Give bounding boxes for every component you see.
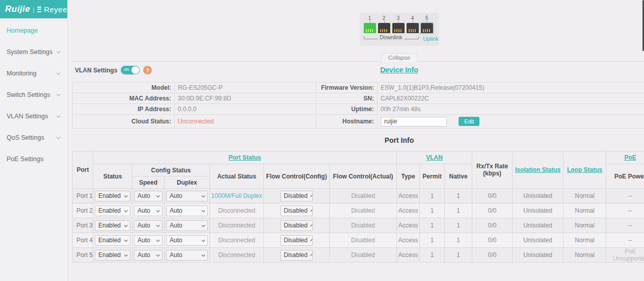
poe-power-value: PoE Unsupported <box>606 248 644 263</box>
flow-control-select[interactable]: Disabled <box>280 220 313 231</box>
port-1-icon[interactable] <box>364 23 376 33</box>
isolation-status-link[interactable]: Isolation Status <box>515 166 560 173</box>
sidebar-item-monitoring[interactable]: Monitoring <box>0 63 67 84</box>
status-select[interactable]: Enabled <box>95 235 130 246</box>
chevron-down-icon <box>156 238 160 242</box>
status-select[interactable]: Enabled <box>95 191 130 201</box>
flow-control-select[interactable]: Disabled <box>280 206 313 216</box>
rxtx-rate-value: 0/0 <box>472 203 513 218</box>
status-select[interactable]: Enabled <box>95 220 130 231</box>
chevron-down-icon <box>310 194 312 196</box>
poe-link[interactable]: PoE <box>624 154 636 161</box>
col-header-poe-power: PoE Power <box>606 164 644 189</box>
duplex-select[interactable]: Auto <box>166 220 208 231</box>
duplex-select[interactable]: Auto <box>166 191 208 201</box>
col-header-type: Type <box>397 164 420 189</box>
flow-actual-value: Disabled <box>330 189 397 203</box>
hostname-input[interactable] <box>381 117 447 126</box>
rxtx-rate-value: 0/0 <box>472 233 513 248</box>
speed-select[interactable]: Auto <box>134 250 163 261</box>
poe-power-value: -- <box>606 233 644 248</box>
port-4-icon[interactable] <box>407 23 419 33</box>
vlan-type-value: Access <box>397 233 420 248</box>
flow-actual-value: Disabled <box>330 218 397 233</box>
isolation-value: Unisolated <box>513 189 564 203</box>
speed-select[interactable]: Auto <box>134 191 163 201</box>
table-row-port-1: Port 1 Enabled Auto Auto 1000M/Full Dupl… <box>73 189 644 203</box>
logo-divider: | <box>33 6 34 13</box>
port-3-icon[interactable] <box>392 23 405 33</box>
status-select[interactable]: Enabled <box>95 250 130 261</box>
logo-reyee-text: Reyee <box>44 5 67 14</box>
col-header-status: Status <box>93 164 132 189</box>
vlan-native-value: 1 <box>445 189 472 203</box>
isolation-value: Unisolated <box>513 218 564 233</box>
duplex-select[interactable]: Auto <box>166 235 208 246</box>
flow-control-select[interactable]: Disabled <box>280 235 313 246</box>
vlan-permit-value: 1 <box>420 218 445 233</box>
logo: Ruijie | Reyee <box>0 0 67 18</box>
actual-status-value: Disconnected <box>210 203 264 218</box>
sidebar-item-system-settings[interactable]: System Settings <box>0 41 67 63</box>
toggle-knob-icon <box>131 66 139 74</box>
vlan-permit-value: 1 <box>420 233 445 248</box>
speed-select[interactable]: Auto <box>134 220 163 231</box>
vlan-type-value: Access <box>397 203 420 218</box>
vlan-settings-toggle[interactable]: on <box>121 66 140 74</box>
poe-power-value: -- <box>606 203 644 218</box>
flow-control-select[interactable]: Disabled <box>280 191 313 201</box>
sidebar-item-qos-settings[interactable]: QoS Settings <box>0 127 67 148</box>
sidebar-item-vlan-settings[interactable]: VLAN Settings <box>0 106 67 127</box>
device-info-link[interactable]: Device Info <box>380 66 418 74</box>
col-header-permit: Permit <box>420 164 445 189</box>
actual-status-value: Disconnected <box>210 218 264 233</box>
chevron-down-icon <box>310 239 312 241</box>
chevron-down-icon <box>56 92 60 96</box>
chevron-down-icon <box>202 238 205 242</box>
port-name: Port 2 <box>73 203 93 218</box>
chevron-down-icon <box>156 223 160 227</box>
port-name: Port 1 <box>73 189 93 203</box>
vlan-link[interactable]: VLAN <box>426 154 443 161</box>
sidebar-item-poe-settings[interactable]: PoE Settings <box>0 148 67 170</box>
isolation-value: Unisolated <box>513 203 564 218</box>
loop-value: Normal <box>564 248 606 263</box>
loop-status-link[interactable]: Loop Status <box>567 166 602 173</box>
sidebar-item-switch-settings[interactable]: Switch Settings <box>0 84 67 106</box>
chevron-down-icon <box>202 253 205 257</box>
actual-status-value: 1000M/Full Duplex <box>210 189 264 203</box>
port-status-link[interactable]: Port Status <box>229 154 261 161</box>
port-info-table: Port Port Status VLAN Rx/Tx Rate(kbps) I… <box>72 151 644 263</box>
col-header-isolation-status: Isolation Status <box>513 151 564 189</box>
duplex-select[interactable]: Auto <box>166 250 208 261</box>
chevron-down-icon <box>56 70 60 74</box>
port-name: Port 4 <box>73 233 93 248</box>
port-2-icon[interactable] <box>378 23 390 33</box>
device-info-table: Model: RG-ES205GC-P Firmware Version: ES… <box>72 82 644 129</box>
port-5-icon[interactable] <box>421 23 433 33</box>
sidebar-item-homepage[interactable]: Homepage <box>0 20 67 41</box>
help-icon[interactable]: ? <box>143 66 152 74</box>
col-header-speed: Speed <box>132 176 165 189</box>
isolation-value: Unisolated <box>513 233 564 248</box>
flow-actual-value: Disabled <box>330 233 397 248</box>
chevron-down-icon <box>124 238 128 242</box>
collapse-button[interactable]: Collapse <box>381 53 418 62</box>
switch-port-diagram: 1 2 3 4 5 Downlink Uplink <box>360 13 439 46</box>
speed-select[interactable]: Auto <box>134 235 163 246</box>
poe-power-value: -- <box>606 218 644 233</box>
chevron-down-icon <box>156 194 160 197</box>
port-name: Port 5 <box>73 248 93 263</box>
duplex-select[interactable]: Auto <box>166 206 208 216</box>
actual-status-value: Disconnected <box>210 248 264 263</box>
chevron-down-icon <box>202 223 205 227</box>
table-row: Model: RG-ES205GC-P Firmware Version: ES… <box>73 83 644 93</box>
chevron-down-icon <box>156 253 160 257</box>
speed-select[interactable]: Auto <box>134 206 163 216</box>
flow-control-select[interactable]: Disabled <box>280 250 313 261</box>
col-group-port-status: Port Status <box>93 151 397 164</box>
edit-button[interactable]: Edit <box>459 117 479 126</box>
chevron-down-icon <box>310 209 312 211</box>
status-select[interactable]: Enabled <box>95 206 130 216</box>
vlan-permit-value: 1 <box>420 189 445 203</box>
